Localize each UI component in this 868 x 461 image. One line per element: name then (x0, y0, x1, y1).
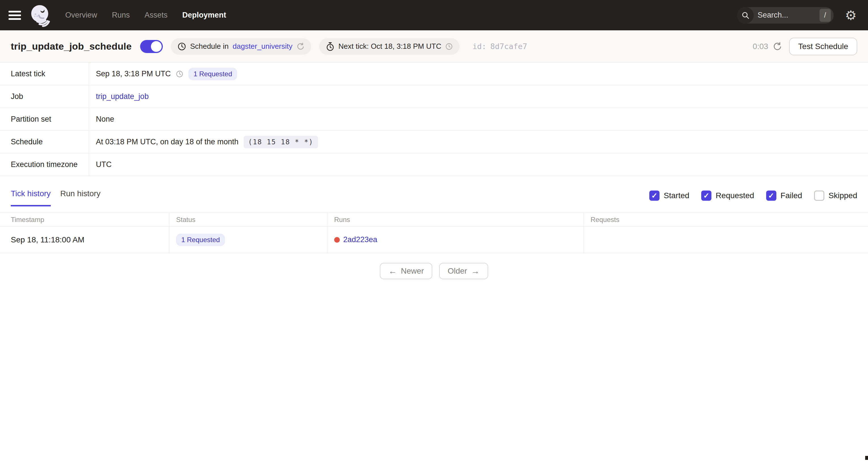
checkbox-checked-icon[interactable]: ✓ (766, 191, 776, 201)
dagster-logo-icon[interactable] (30, 3, 52, 28)
tick-history-table: Timestamp Status Runs Requests Sep 18, 1… (0, 212, 868, 253)
page-title: trip_update_job_schedule (11, 41, 132, 52)
status-badge: 1 Requested (188, 68, 237, 80)
detail-label: Job (0, 85, 89, 108)
column-header-timestamp: Timestamp (0, 213, 169, 226)
newer-button[interactable]: ← Newer (380, 263, 432, 279)
test-schedule-button[interactable]: Test Schedule (789, 38, 857, 55)
refresh-icon[interactable] (773, 42, 782, 51)
search-bar[interactable]: / (737, 7, 834, 24)
partition-set-value: None (96, 115, 114, 124)
menu-icon[interactable] (8, 11, 21, 20)
arrow-right-icon: → (471, 267, 480, 275)
filter-requested[interactable]: ✓ Requested (701, 191, 754, 201)
older-button[interactable]: Older → (439, 263, 488, 279)
tick-requests-cell (584, 227, 868, 253)
tab-run-history[interactable]: Run history (60, 189, 101, 206)
gear-icon[interactable]: ⚙ (845, 9, 857, 22)
clock-icon (178, 42, 186, 51)
top-nav: Overview Runs Assets Deployment / ⚙ (0, 0, 868, 30)
filter-started[interactable]: ✓ Started (649, 191, 689, 201)
small-clock-icon (445, 43, 453, 50)
code-location-link[interactable]: dagster_university (232, 42, 292, 51)
detail-row-schedule: Schedule At 03:18 PM UTC, on day 18 of t… (0, 131, 868, 153)
column-header-requests: Requests (584, 213, 868, 226)
nav-links: Overview Runs Assets Deployment (65, 11, 226, 20)
stopwatch-icon (326, 42, 335, 51)
schedule-header: trip_update_job_schedule Schedule in dag… (0, 30, 868, 63)
nav-item-overview[interactable]: Overview (65, 11, 97, 20)
schedule-details: Latest tick Sep 18, 3:18 PM UTC 1 Reques… (0, 63, 868, 176)
table-row: Sep 18, 11:18:00 AM 1 Requested 2ad223ea (0, 227, 868, 253)
column-header-status: Status (169, 213, 327, 226)
detail-row-execution-timezone: Execution timezone UTC (0, 153, 868, 176)
timezone-value: UTC (96, 160, 112, 169)
nav-item-runs[interactable]: Runs (112, 11, 130, 20)
detail-label: Schedule (0, 131, 89, 153)
tick-status-badge: 1 Requested (176, 234, 225, 246)
search-input[interactable] (754, 11, 819, 20)
checkbox-unchecked-icon[interactable] (814, 191, 824, 201)
history-controls: Tick history Run history ✓ Started ✓ Req… (0, 189, 868, 206)
reload-location-icon[interactable] (297, 42, 304, 51)
arrow-left-icon: ← (388, 267, 397, 275)
id-label: id: (472, 42, 487, 51)
search-shortcut-key: / (819, 9, 831, 22)
column-header-runs: Runs (327, 213, 584, 226)
checkbox-checked-icon[interactable]: ✓ (701, 191, 711, 201)
search-icon (737, 7, 754, 24)
nav-item-assets[interactable]: Assets (145, 11, 168, 20)
filter-label: Requested (716, 191, 754, 200)
newer-label: Newer (401, 266, 424, 275)
status-filters: ✓ Started ✓ Requested ✓ Failed Skipped (649, 191, 857, 206)
detail-row-job: Job trip_update_job (0, 85, 868, 108)
schedule-id: id: 8d7cafe7 (472, 42, 527, 51)
tick-timestamp: Sep 18, 11:18:00 AM (0, 227, 169, 253)
detail-row-partition-set: Partition set None (0, 108, 868, 131)
detail-label: Latest tick (0, 63, 89, 85)
schedule-description: At 03:18 PM UTC, on day 18 of the month (96, 137, 239, 146)
detail-label: Partition set (0, 108, 89, 130)
history-tabs: Tick history Run history (11, 189, 100, 206)
detail-label: Execution timezone (0, 153, 89, 176)
scrollbar-artifact (865, 456, 868, 460)
older-label: Older (447, 266, 467, 275)
filter-label: Failed (781, 191, 802, 200)
run-id-link[interactable]: 2ad223ea (343, 235, 377, 244)
filter-failed[interactable]: ✓ Failed (766, 191, 802, 201)
schedule-toggle[interactable] (140, 40, 163, 53)
filter-label: Started (664, 191, 689, 200)
next-tick-pill: Next tick: Oct 18, 3:18 PM UTC (319, 38, 460, 55)
schedule-location-pill: Schedule in dagster_university (171, 38, 311, 55)
next-tick-label: Next tick: Oct 18, 3:18 PM UTC (338, 42, 441, 51)
filter-skipped[interactable]: Skipped (814, 191, 857, 201)
detail-row-latest-tick: Latest tick Sep 18, 3:18 PM UTC 1 Reques… (0, 63, 868, 85)
run-failed-dot-icon (334, 237, 340, 243)
table-header-row: Timestamp Status Runs Requests (0, 213, 868, 227)
tab-tick-history[interactable]: Tick history (11, 189, 51, 206)
id-value: 8d7cafe7 (490, 42, 527, 51)
latest-tick-timestamp: Sep 18, 3:18 PM UTC (96, 69, 171, 78)
schedule-in-label: Schedule in (190, 42, 229, 51)
job-link[interactable]: trip_update_job (96, 92, 149, 101)
cron-expression-chip: (18 15 18 * *) (244, 136, 318, 148)
nav-item-deployment[interactable]: Deployment (182, 11, 226, 20)
small-clock-icon (176, 70, 183, 78)
pagination: ← Newer Older → (0, 263, 868, 279)
checkbox-checked-icon[interactable]: ✓ (649, 191, 659, 201)
filter-label: Skipped (829, 191, 857, 200)
refresh-countdown: 0:03 (753, 42, 769, 51)
